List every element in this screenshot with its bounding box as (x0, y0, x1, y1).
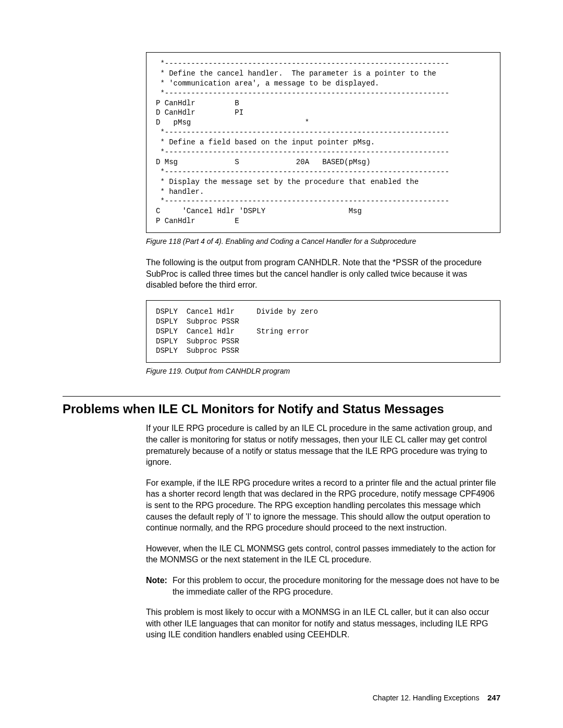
page: *---------------------------------------… (0, 0, 563, 671)
note-label: Note: (146, 575, 167, 597)
paragraph-problem-languages: This problem is most likely to occur wit… (146, 607, 500, 640)
paragraph-example: For example, if the ILE RPG procedure wr… (146, 477, 500, 534)
paragraph-intro-output: The following is the output from program… (146, 257, 500, 291)
paragraph-ile-cl-intro: If your ILE RPG procedure is called by a… (146, 423, 500, 467)
section-body: If your ILE RPG procedure is called by a… (146, 423, 500, 640)
content-column: *---------------------------------------… (146, 52, 500, 375)
paragraph-monmsg: However, when the ILE CL MONMSG gets con… (146, 543, 500, 565)
figure-caption-119: Figure 119. Output from CANHDLR program (146, 367, 500, 375)
section-divider (63, 396, 500, 397)
section-heading: Problems when ILE CL Monitors for Notify… (63, 402, 500, 416)
figure-caption-118: Figure 118 (Part 4 of 4). Enabling and C… (146, 237, 500, 245)
note-block: Note: For this problem to occur, the pro… (146, 575, 500, 597)
code-listing-118: *---------------------------------------… (146, 52, 500, 233)
footer-page-number: 247 (487, 693, 500, 702)
page-footer: Chapter 12. Handling Exceptions 247 (373, 693, 500, 702)
footer-chapter-text: Chapter 12. Handling Exceptions (373, 694, 480, 702)
code-listing-119: DSPLY Cancel Hdlr Divide by zero DSPLY S… (146, 300, 500, 363)
note-text: For this problem to occur, the procedure… (173, 575, 500, 597)
